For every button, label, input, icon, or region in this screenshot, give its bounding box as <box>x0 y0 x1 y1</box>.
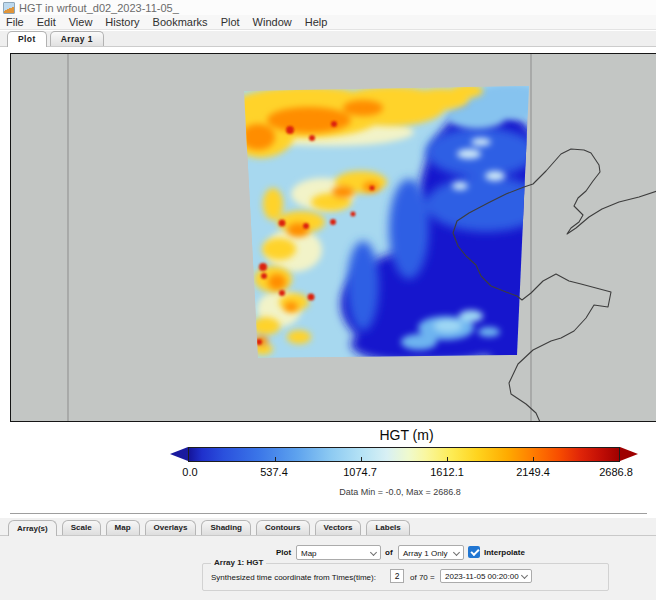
window-title: HGT in wrfout_d02_2023-11-05_ <box>19 2 179 14</box>
time-value-dropdown[interactable]: 2023-11-05 00:20:00 <box>440 569 532 583</box>
menu-history[interactable]: History <box>105 16 139 28</box>
controls-panel: Array(s) Scale Map Overlays Shading Cont… <box>0 518 656 600</box>
horizontal-divider <box>10 513 647 515</box>
interpolate-label: Interpolate <box>484 548 525 557</box>
array-1-groupbox: Array 1: HGT Synthesized time coordinate… <box>202 563 609 591</box>
tab-vectors[interactable]: Vectors <box>315 520 362 535</box>
tab-scale[interactable]: Scale <box>62 520 101 535</box>
menu-file[interactable]: File <box>6 16 24 28</box>
chevron-down-icon <box>521 572 528 579</box>
menu-view[interactable]: View <box>69 16 93 28</box>
time-index-field[interactable]: 2 <box>390 569 404 583</box>
map-plot <box>11 54 656 421</box>
window-image-icon <box>3 2 15 14</box>
menu-bookmarks[interactable]: Bookmarks <box>153 16 208 28</box>
plot-type-dropdown[interactable]: Map <box>296 545 381 560</box>
colorbar-gradient <box>188 447 620 462</box>
menu-bar: File Edit View History Bookmarks Plot Wi… <box>0 15 656 30</box>
controls-tab-strip: Array(s) Scale Map Overlays Shading Cont… <box>0 520 656 536</box>
tab-overlays[interactable]: Overlays <box>145 520 197 535</box>
tab-labels[interactable]: Labels <box>366 520 409 535</box>
panoply-plot-window: HGT in wrfout_d02_2023-11-05_ File Edit … <box>0 0 656 600</box>
array-1-legend: Array 1: HGT <box>211 558 266 567</box>
data-min-max-stats: Data Min = -0.0, Max = 2686.8 <box>170 487 630 497</box>
tab-arrays[interactable]: Array(s) <box>8 520 57 536</box>
of-total-label: of 70 = <box>410 573 435 582</box>
title-bar: HGT in wrfout_d02_2023-11-05_ <box>0 0 656 15</box>
colorbar-underflow-arrow-icon <box>170 447 188 461</box>
tab-map[interactable]: Map <box>106 520 140 535</box>
time-coordinate-label: Synthesized time coordinate from Times(t… <box>211 573 376 582</box>
menu-help[interactable]: Help <box>305 16 328 28</box>
tab-contours[interactable]: Contours <box>256 520 310 535</box>
tick-label: 537.4 <box>260 466 288 478</box>
tick-label: 0.0 <box>182 466 197 478</box>
colorbar-tick-labels: 0.0 537.4 1074.7 1612.1 2149.4 2686.8 <box>170 466 643 479</box>
terrain-raster <box>226 84 556 379</box>
interpolate-checkbox[interactable] <box>468 546 480 558</box>
map-plot-panel <box>10 53 656 422</box>
colorbar-overflow-arrow-icon <box>620 447 638 461</box>
tab-shading[interactable]: Shading <box>201 520 251 535</box>
menu-edit[interactable]: Edit <box>37 16 56 28</box>
tick-label: 2149.4 <box>516 466 550 478</box>
tick-label: 1074.7 <box>343 466 377 478</box>
tick-label: 2686.8 <box>599 466 633 478</box>
menu-window[interactable]: Window <box>253 16 292 28</box>
check-icon <box>470 546 479 555</box>
plot-label: Plot <box>276 548 291 557</box>
tick-label: 1612.1 <box>430 466 464 478</box>
chevron-down-icon <box>453 548 460 555</box>
main-tab-strip: Plot Array 1 <box>0 31 656 47</box>
tab-array-1[interactable]: Array 1 <box>50 31 104 46</box>
colorbar-title: HGT (m) <box>170 427 643 443</box>
tab-plot[interactable]: Plot <box>7 31 47 47</box>
colorbar <box>170 447 643 462</box>
of-label: of <box>385 548 393 557</box>
array-scope-dropdown[interactable]: Array 1 Only <box>398 545 464 560</box>
menu-plot[interactable]: Plot <box>221 16 240 28</box>
chevron-down-icon <box>370 548 377 555</box>
